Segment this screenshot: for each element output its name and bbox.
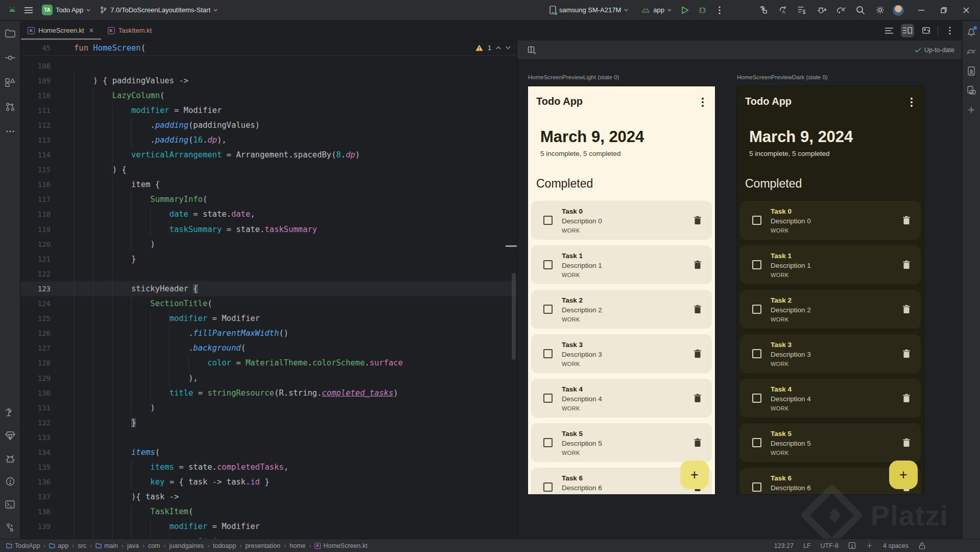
code-line[interactable]: 140.clip(: [21, 534, 517, 539]
task-checkbox[interactable]: [543, 438, 553, 447]
project-tool-icon[interactable]: [4, 27, 16, 39]
task-checkbox[interactable]: [543, 260, 553, 269]
breadcrumb-item[interactable]: home: [290, 542, 305, 549]
layout-mode-icon[interactable]: [524, 43, 539, 57]
breadcrumb-item[interactable]: app: [49, 542, 68, 549]
tab-taskitem-kt[interactable]: K TaskItem.kt: [101, 21, 159, 40]
breadcrumb-item[interactable]: TodoApp: [6, 542, 40, 549]
apply-changes-icon[interactable]: A: [776, 3, 790, 17]
task-card[interactable]: Task 0Description 0WORK: [740, 201, 921, 240]
task-checkbox[interactable]: [752, 216, 761, 225]
restore-button[interactable]: [936, 3, 951, 18]
breadcrumb-item[interactable]: com: [148, 542, 160, 549]
code-line[interactable]: 135items = state.completedTasks,: [21, 460, 517, 475]
line-number[interactable]: 117: [21, 195, 51, 203]
line-number[interactable]: 129: [21, 374, 51, 382]
line-number[interactable]: 115: [21, 166, 51, 174]
code-line[interactable]: 133: [21, 430, 517, 445]
line-number[interactable]: 45: [21, 44, 51, 52]
breadcrumb-item[interactable]: juandgaines: [170, 542, 204, 549]
line-number[interactable]: 126: [21, 329, 51, 337]
line-ending[interactable]: LF: [803, 542, 811, 549]
sticky-header-line[interactable]: 45fun HomeScreen( 1: [21, 40, 517, 56]
line-number[interactable]: 122: [21, 270, 51, 278]
breadcrumb-item[interactable]: KHomeScreen.kt: [315, 542, 367, 549]
code-line[interactable]: 123stickyHeader {: [21, 281, 517, 296]
code-line[interactable]: 109) { paddingValues ->: [21, 73, 517, 88]
notifications-icon[interactable]: [965, 26, 977, 38]
breadcrumb-item[interactable]: presentation: [245, 542, 280, 549]
design-view-icon[interactable]: [919, 24, 933, 37]
line-number[interactable]: 114: [21, 151, 51, 159]
task-checkbox[interactable]: [752, 394, 761, 403]
code-line[interactable]: 115) {: [21, 163, 517, 177]
resource-manager-tool-icon[interactable]: [4, 76, 16, 88]
code-line[interactable]: 108: [21, 58, 517, 73]
preview-label-light[interactable]: HomeScreenPreviewLight (state 0): [528, 74, 619, 80]
task-checkbox[interactable]: [543, 349, 553, 358]
editor-more-actions-icon[interactable]: [943, 24, 957, 37]
unlock-icon[interactable]: [918, 542, 925, 549]
delete-task-icon[interactable]: [694, 216, 702, 225]
line-number[interactable]: 109: [21, 77, 51, 85]
code-line[interactable]: 118date = state.date,: [21, 207, 517, 222]
code-line[interactable]: 120): [21, 237, 517, 251]
code-line[interactable]: 134items(: [21, 445, 517, 459]
task-card[interactable]: Task 5Description 5WORK: [740, 423, 921, 462]
breadcrumb[interactable]: TodoApp›app›src›main›java›com›juandgaine…: [6, 542, 367, 549]
line-number[interactable]: 132: [21, 419, 51, 427]
delete-task-icon[interactable]: [902, 305, 911, 314]
line-number[interactable]: 110: [21, 91, 51, 100]
task-card[interactable]: Task 2Description 2WORK: [740, 290, 921, 329]
build-tool-icon[interactable]: [4, 406, 16, 419]
gradle-sync-icon[interactable]: [834, 3, 848, 17]
logcat-tool-icon[interactable]: [4, 452, 16, 465]
delete-task-icon[interactable]: [694, 438, 702, 447]
pull-requests-tool-icon[interactable]: [4, 101, 16, 113]
delete-task-icon[interactable]: [902, 216, 911, 225]
line-number[interactable]: 137: [21, 493, 51, 501]
task-checkbox[interactable]: [752, 438, 761, 447]
delete-task-icon[interactable]: [694, 394, 702, 403]
vcs-branch-selector[interactable]: 7.0/ToDoScreenLayoutItems-Start: [97, 4, 221, 16]
line-number[interactable]: 133: [21, 433, 51, 442]
task-card[interactable]: Task 4Description 4WORK: [531, 379, 712, 418]
code-line[interactable]: 137){ task ->: [21, 490, 517, 504]
add-task-fab[interactable]: +: [680, 461, 709, 489]
breadcrumb-item[interactable]: todoapp: [213, 542, 236, 549]
code-line[interactable]: 138TaskItem(: [21, 504, 517, 519]
terminal-tool-icon[interactable]: [4, 498, 16, 511]
line-number[interactable]: 121: [21, 255, 51, 263]
split-view-icon[interactable]: [901, 24, 914, 37]
line-number[interactable]: 139: [21, 522, 51, 531]
inspections-status-icon[interactable]: [848, 542, 856, 550]
project-selector[interactable]: TA Todo App: [39, 3, 93, 17]
delete-task-icon[interactable]: [694, 260, 702, 269]
build-project-icon[interactable]: [756, 3, 771, 17]
line-number[interactable]: 123: [21, 285, 51, 293]
tab-homescreen-kt[interactable]: K HomeScreen.kt ✕: [21, 21, 101, 40]
code-line[interactable]: 112.padding(paddingValues): [21, 118, 517, 132]
add-task-fab[interactable]: +: [889, 461, 918, 489]
code-line[interactable]: 45fun HomeScreen(: [21, 40, 146, 55]
line-number[interactable]: 128: [21, 359, 51, 367]
more-tool-windows-icon[interactable]: [4, 125, 16, 137]
line-number[interactable]: 134: [21, 448, 51, 456]
commit-tool-icon[interactable]: [4, 52, 16, 64]
version-control-tool-icon[interactable]: [4, 521, 16, 534]
line-number[interactable]: 124: [21, 300, 51, 308]
code-view-icon[interactable]: [882, 24, 896, 37]
file-encoding[interactable]: UTF-8: [821, 542, 839, 549]
preview-phone-dark[interactable]: Todo App March 9, 2024 5 incomplete, 5 c…: [737, 86, 924, 494]
run-button[interactable]: [678, 3, 692, 17]
delete-task-icon[interactable]: [694, 305, 702, 314]
line-number[interactable]: 130: [21, 389, 51, 397]
line-number[interactable]: 135: [21, 463, 51, 471]
code-line[interactable]: 119taskSummary = state.taskSummary: [21, 222, 517, 237]
task-checkbox[interactable]: [543, 305, 553, 314]
attach-debugger-icon[interactable]: [815, 3, 829, 17]
line-number[interactable]: 113: [21, 136, 51, 144]
task-checkbox[interactable]: [752, 305, 761, 314]
task-checkbox[interactable]: [543, 216, 553, 225]
app-quality-insights-tool-icon[interactable]: [4, 429, 16, 442]
